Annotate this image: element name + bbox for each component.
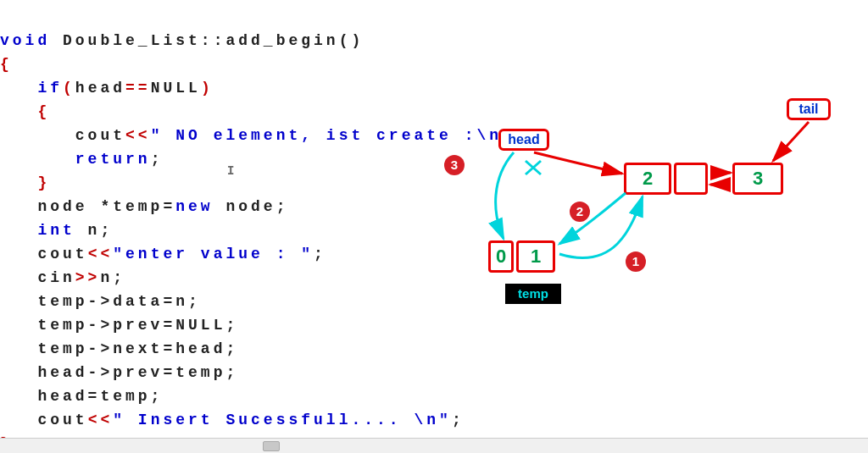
step-1-badge: 1 [626, 251, 646, 272]
step-2-badge: 2 [570, 202, 590, 222]
node-2-next [674, 163, 708, 195]
horizontal-scrollbar[interactable] [0, 438, 868, 453]
head-pointer-label: head [498, 129, 549, 151]
text-cursor-icon: I [227, 164, 228, 180]
node-temp-prev: 0 [488, 240, 514, 273]
node-2: 2 [624, 163, 708, 195]
kw-if: if [0, 80, 63, 97]
linked-list-diagram: head tail 2 3 0 1 temp 1 2 3 [441, 93, 865, 313]
node-temp-value: 1 [516, 240, 555, 273]
kw-void: void [0, 32, 50, 49]
node-2-value: 2 [624, 163, 671, 195]
node-3-value: 3 [732, 163, 783, 195]
tail-pointer-label: tail [787, 98, 831, 120]
node-temp: 0 1 [488, 240, 555, 273]
fn-name: Double_List::add_begin() [50, 32, 364, 49]
step-3-badge: 3 [444, 155, 465, 175]
node-3: 3 [732, 163, 783, 195]
temp-pointer-label: temp [505, 284, 561, 304]
arrows-svg [441, 93, 865, 313]
brace-open: { [0, 56, 13, 73]
scrollbar-thumb[interactable] [263, 441, 280, 451]
